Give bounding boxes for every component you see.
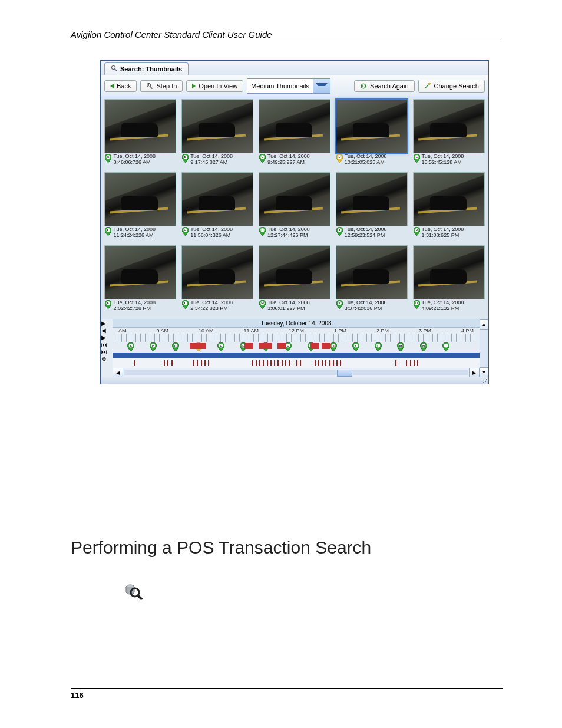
pos-search-icon: [124, 581, 143, 600]
timeline-marker-o[interactable]: O: [442, 342, 449, 351]
thumbnail-image: [336, 173, 407, 226]
thumbnail-e[interactable]: E Tue, Oct 14, 200810:52:45:128 AM: [411, 100, 486, 170]
toolbar: Back Step In Open In View Medium Thumbna…: [101, 75, 488, 97]
scroll-up-button[interactable]: ▲: [480, 319, 488, 330]
pin-icon: M: [259, 300, 266, 309]
thumbnail-size-select[interactable]: Medium Thumbnails: [247, 78, 330, 94]
change-search-label: Change Search: [434, 83, 479, 90]
thumbnail-a[interactable]: A Tue, Oct 14, 20088:46:06:726 AM: [103, 100, 178, 170]
arrow-left-icon: [110, 84, 114, 88]
timeline-marker-a[interactable]: A: [127, 342, 134, 351]
svg-line-72: [138, 595, 142, 599]
thumbnail-caption: J Tue, Oct 14, 20081:31:03:625 PM: [414, 227, 484, 239]
scroll-handle[interactable]: [337, 370, 352, 377]
timeline-marker-m[interactable]: M: [397, 342, 404, 351]
thumbnail-caption: A Tue, Oct 14, 20088:46:06:726 AM: [105, 154, 176, 166]
timeline-marker-j[interactable]: J: [330, 342, 337, 351]
thumbnail-image: [182, 100, 253, 153]
thumbnail-l[interactable]: L Tue, Oct 14, 20082:34:22:823 PM: [180, 246, 255, 317]
thumbnail-i[interactable]: I Tue, Oct 14, 200812:59:23:524 PM: [334, 173, 409, 243]
pin-icon: N: [336, 300, 343, 309]
scroll-right-button[interactable]: ▶: [469, 368, 480, 377]
timeline-h-scrollbar[interactable]: ◀ ▶: [113, 368, 480, 377]
thumbnail-d[interactable]: D Tue, Oct 14, 200810:21:05:025 AM: [334, 100, 409, 170]
thumbnail-grid: A Tue, Oct 14, 20088:46:06:726 AM B Tue,…: [101, 97, 488, 319]
svg-text:B: B: [184, 156, 187, 159]
jump-end-button[interactable]: ⏭: [101, 348, 112, 355]
thumbnail-image: [182, 246, 253, 299]
screenshot-figure: Search: Thumbnails Back Step In Open In …: [100, 60, 489, 384]
pin-icon: A: [105, 154, 111, 163]
thumbnail-image: [414, 100, 484, 153]
svg-text:N: N: [338, 302, 340, 305]
timeline-ticks[interactable]: [113, 334, 480, 342]
thumbnail-f[interactable]: F Tue, Oct 14, 200811:24:24:226 AM: [103, 173, 178, 243]
timeline-marker-k[interactable]: K: [352, 342, 359, 351]
thumbnail-j[interactable]: J Tue, Oct 14, 20081:31:03:625 PM: [411, 173, 486, 243]
svg-text:O: O: [445, 344, 448, 348]
resize-grip[interactable]: [101, 377, 488, 384]
timeline-marker-e[interactable]: E: [217, 342, 224, 351]
thumbnail-image: [182, 173, 253, 226]
step-fwd-button[interactable]: ▶: [101, 334, 112, 341]
thumbnail-caption: K Tue, Oct 14, 20082:02:42:728 PM: [105, 300, 176, 312]
open-in-view-button[interactable]: Open In View: [186, 80, 243, 92]
pin-icon: B: [182, 154, 189, 163]
timeline-marker-n[interactable]: N: [420, 342, 427, 351]
svg-text:M: M: [261, 302, 264, 305]
scroll-down-button[interactable]: ▼: [480, 367, 488, 377]
search-again-button[interactable]: Search Again: [354, 80, 414, 92]
thumbnail-image: [105, 246, 176, 299]
svg-text:M: M: [399, 344, 402, 348]
zoom-timeline-button[interactable]: ⊕: [101, 355, 112, 362]
refresh-icon: [360, 83, 367, 90]
thumbnail-h[interactable]: H Tue, Oct 14, 200812:27:44:426 PM: [257, 173, 332, 243]
thumbnail-caption: G Tue, Oct 14, 200811:56:04:326 AM: [182, 227, 253, 239]
pin-icon: E: [414, 154, 420, 163]
timeline-v-scrollbar[interactable]: ▲ ▼: [480, 319, 488, 377]
pin-icon: H: [259, 227, 266, 236]
thumbnail-size-value: Medium Thumbnails: [247, 81, 313, 91]
timeline-markers[interactable]: ABCDEFGHIJKLMNO: [113, 342, 480, 353]
magnifier-icon: [111, 65, 118, 73]
thumbnail-image: [414, 173, 484, 226]
timeline: ▶ ◀ ▶ ⏮ ⏭ ⊕ Tuesday, October 14, 2008 AM…: [101, 319, 488, 384]
svg-text:C: C: [174, 344, 177, 348]
svg-text:K: K: [355, 344, 357, 348]
thumbnail-g[interactable]: G Tue, Oct 14, 200811:56:04:326 AM: [180, 173, 255, 243]
arrow-right-icon: [192, 84, 196, 88]
timeline-controls-left: ▶ ◀ ▶ ⏮ ⏭ ⊕: [101, 319, 113, 377]
svg-text:H: H: [287, 344, 289, 348]
jump-start-button[interactable]: ⏮: [101, 341, 112, 348]
pin-icon: C: [259, 154, 266, 163]
thumbnail-image: [259, 100, 330, 153]
thumbnail-image: [336, 100, 407, 153]
timeline-marker-l[interactable]: L: [375, 342, 382, 351]
svg-line-1: [115, 69, 117, 71]
timeline-marker-c[interactable]: C: [172, 342, 179, 351]
timeline-marker-b[interactable]: B: [150, 342, 157, 351]
back-button[interactable]: Back: [104, 80, 137, 92]
thumbnail-m[interactable]: M Tue, Oct 14, 20083:06:01:927 PM: [257, 246, 332, 317]
scroll-track[interactable]: [124, 370, 468, 375]
svg-text:G: G: [184, 229, 187, 232]
thumbnail-image: [259, 173, 330, 226]
timeline-selection-bar[interactable]: [113, 353, 480, 358]
svg-text:B: B: [152, 344, 154, 348]
scroll-left-button[interactable]: ◀: [113, 368, 123, 377]
thumbnail-c[interactable]: C Tue, Oct 14, 20089:49:25:927 AM: [257, 100, 332, 170]
tab-search-thumbnails[interactable]: Search: Thumbnails: [104, 62, 189, 75]
svg-text:E: E: [220, 344, 222, 348]
change-search-button[interactable]: Change Search: [418, 80, 485, 93]
thumbnail-image: [414, 246, 484, 299]
thumbnail-caption: O Tue, Oct 14, 20084:09:21:132 PM: [414, 300, 484, 312]
play-button[interactable]: ▶: [101, 320, 112, 327]
step-in-button[interactable]: Step In: [140, 80, 183, 92]
thumbnail-o[interactable]: O Tue, Oct 14, 20084:09:21:132 PM: [411, 246, 486, 317]
thumbnail-b[interactable]: B Tue, Oct 14, 20089:17:45:827 AM: [180, 100, 255, 170]
pin-icon: I: [336, 227, 343, 236]
thumbnail-k[interactable]: K Tue, Oct 14, 20082:02:42:728 PM: [103, 246, 178, 317]
step-back-button[interactable]: ◀: [101, 327, 112, 334]
thumbnail-n[interactable]: N Tue, Oct 14, 20083:37:42:036 PM: [334, 246, 409, 317]
svg-text:L: L: [378, 344, 380, 348]
